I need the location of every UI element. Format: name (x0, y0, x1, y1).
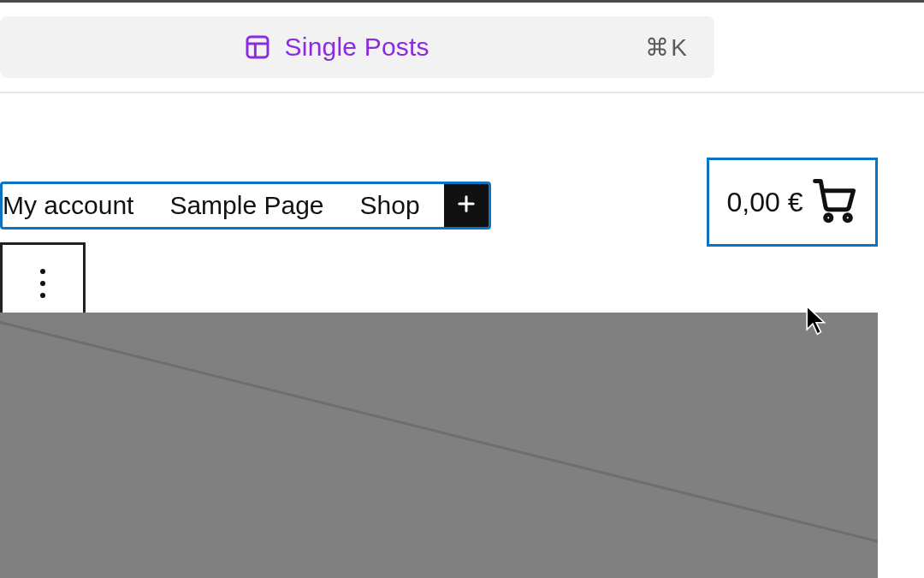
placeholder-diagonal (0, 313, 878, 578)
cart-icon (811, 177, 857, 227)
featured-image-placeholder[interactable] (0, 313, 878, 578)
plus-icon (454, 192, 478, 220)
mini-cart-block[interactable]: 0,00 € (707, 158, 878, 247)
more-vertical-icon (40, 269, 45, 298)
svg-point-5 (826, 215, 832, 221)
keyboard-shortcut: ⌘K (645, 33, 689, 62)
template-icon (242, 32, 273, 63)
svg-point-6 (845, 215, 851, 221)
nav-link-sample-page[interactable]: Sample Page (169, 191, 323, 220)
add-block-button[interactable] (444, 184, 489, 227)
navigation-block[interactable]: My account Sample Page Shop (0, 182, 491, 229)
editor-topbar: Single Posts ⌘K (0, 3, 924, 93)
editor-canvas: My account Sample Page Shop 0,00 € (0, 93, 924, 578)
cart-amount: 0,00 € (727, 187, 803, 218)
nav-link-my-account[interactable]: My account (3, 191, 133, 220)
command-pill[interactable]: Single Posts ⌘K (0, 16, 714, 78)
command-center: Single Posts (242, 32, 429, 63)
svg-rect-0 (247, 37, 268, 57)
nav-links: My account Sample Page Shop (3, 184, 444, 227)
nav-link-shop[interactable]: Shop (360, 191, 420, 220)
page-title: Single Posts (285, 33, 429, 62)
